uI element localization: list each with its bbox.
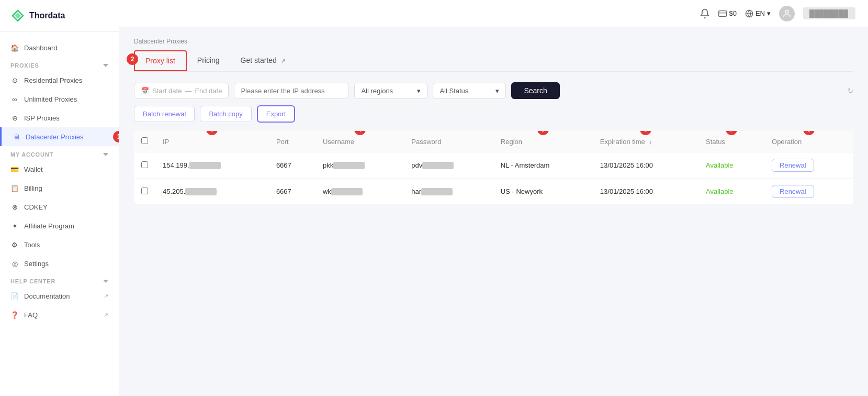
annotation-8: 8 — [803, 131, 815, 135]
cdkey-icon: ⊗ — [10, 203, 19, 211]
port-cell: 6667 — [269, 179, 315, 205]
datacenter-icon: 🖥 — [12, 133, 20, 141]
port-col-header: Port — [269, 131, 315, 152]
ip-col-header: 3 IP — [155, 131, 269, 152]
chevron-down-icon: ▾ — [495, 87, 499, 95]
status-col-header: 7 Status — [698, 131, 764, 152]
annotation-1: 1 — [113, 131, 119, 142]
sidebar-item-affiliate[interactable]: ✦ Affiliate Program — [0, 216, 119, 235]
row-checkbox[interactable] — [141, 188, 148, 194]
docs-icon: 📄 — [10, 292, 19, 300]
external-icon: ↗ — [104, 293, 108, 300]
tab-proxy-list[interactable]: Proxy list — [134, 50, 187, 71]
status-cell: Available — [698, 152, 764, 179]
sidebar-item-billing[interactable]: 📋 Billing — [0, 179, 119, 197]
sidebar-item-dashboard[interactable]: 🏠 Dashboard — [0, 38, 119, 57]
proxy-table-wrapper: 3 IP Port 4 Username Password — [134, 131, 853, 204]
sidebar-item-unlimited[interactable]: ∞ Unlimited Proxies — [0, 90, 119, 108]
sidebar-item-datacenter[interactable]: 🖥 Datacenter Proxies 1 — [0, 127, 119, 146]
wallet-icon: 💳 — [10, 165, 19, 173]
sidebar-item-wallet[interactable]: 💳 Wallet — [0, 160, 119, 179]
external-icon: ↗ — [104, 312, 108, 318]
annotation-7: 7 — [726, 131, 737, 135]
residential-icon: ⊙ — [10, 76, 19, 84]
row-checkbox-cell[interactable] — [134, 152, 155, 179]
external-link-icon: ↗ — [281, 58, 286, 64]
sidebar-item-residential[interactable]: ⊙ Residential Proxies — [0, 71, 119, 90]
renewal-button[interactable]: Renewal — [772, 159, 814, 172]
calendar-icon: 📅 — [141, 87, 149, 95]
status-cell: Available — [698, 179, 764, 205]
password-cell: har████ — [404, 179, 493, 205]
region-cell: NL - Amsterdam — [493, 152, 593, 179]
status-select[interactable]: All Status ▾ — [433, 83, 506, 99]
actions-row: Batch renewal Batch copy Export — [134, 105, 853, 123]
logo-icon — [10, 8, 25, 23]
row-checkbox-cell[interactable] — [134, 179, 155, 205]
sidebar-nav: 🏠 Dashboard PROXIES ⊙ Residential Proxie… — [0, 32, 119, 396]
operation-cell: Renewal — [764, 179, 853, 205]
annotation-5: 5 — [537, 131, 549, 135]
password-cell: pdv████ — [404, 152, 493, 179]
page-tabs: 2 Proxy list Pricing Get started ↗ — [134, 50, 853, 72]
sidebar-item-tools[interactable]: ⚙ Tools — [0, 235, 119, 254]
username-cell: wk█████ — [315, 179, 404, 205]
brand-name: Thordata — [29, 11, 65, 20]
filters-row: 📅 Start date — End date All regions ▾ Al… — [134, 82, 853, 99]
tab-get-started[interactable]: Get started ↗ — [230, 51, 296, 71]
sidebar-label: Settings — [24, 260, 49, 268]
sidebar-item-faq[interactable]: ❓ FAQ ↗ — [0, 305, 119, 324]
password-col-header: Password — [404, 131, 493, 152]
username-cell: pkk████ — [315, 152, 404, 179]
sidebar-label: Datacenter Proxies — [26, 133, 84, 141]
select-all-checkbox[interactable] — [141, 137, 148, 144]
balance-amount: $0 — [729, 9, 736, 17]
table-row: 154.199.███ 6667 pkk████ pdv████ NL - Am… — [134, 152, 853, 179]
tools-icon: ⚙ — [10, 240, 19, 249]
date-range-picker[interactable]: 📅 Start date — End date — [134, 83, 229, 99]
annotation-6: 6 — [640, 131, 651, 135]
region-cell: US - Newyork — [493, 179, 593, 205]
sidebar-label: Documentation — [24, 292, 70, 300]
sidebar-label: ISP Proxies — [24, 114, 60, 122]
section-proxies: PROXIES — [0, 57, 119, 71]
sidebar-label: Wallet — [24, 166, 43, 173]
sidebar: Thordata 🏠 Dashboard PROXIES ⊙ Residenti… — [0, 0, 119, 396]
notification-icon[interactable] — [700, 8, 710, 19]
language-selector[interactable]: EN ▾ — [745, 9, 771, 18]
sidebar-item-isp[interactable]: ⊕ ISP Proxies — [0, 108, 119, 127]
user-avatar[interactable] — [779, 6, 795, 21]
username-col-header: 4 Username — [315, 131, 404, 152]
batch-copy-button[interactable]: Batch copy — [200, 106, 251, 122]
port-cell: 6667 — [269, 152, 315, 179]
ip-cell: 45.205.███ — [155, 179, 269, 205]
sidebar-item-docs[interactable]: 📄 Documentation ↗ — [0, 287, 119, 305]
renewal-button[interactable]: Renewal — [772, 185, 814, 198]
batch-renewal-button[interactable]: Batch renewal — [134, 106, 195, 122]
export-button[interactable]: Export — [257, 105, 296, 123]
isp-icon: ⊕ — [10, 114, 19, 122]
breadcrumb: Datacenter Proxies — [134, 38, 853, 45]
sidebar-label: Unlimited Proxies — [24, 95, 77, 103]
tab-pricing[interactable]: Pricing — [187, 51, 230, 71]
table-row: 45.205.███ 6667 wk█████ har████ US - New… — [134, 179, 853, 205]
refresh-icon[interactable]: ↻ — [848, 87, 853, 95]
check-all-header[interactable] — [134, 131, 155, 152]
search-button[interactable]: Search — [511, 82, 559, 99]
logo: Thordata — [0, 0, 119, 32]
annotation-3: 3 — [206, 131, 218, 135]
topbar: $0 EN ▾ ████████ — [119, 0, 868, 27]
billing-icon: 📋 — [10, 184, 19, 192]
tab-proxy-list-wrapper: 2 Proxy list — [134, 50, 187, 71]
sidebar-item-settings[interactable]: ◎ Settings — [0, 254, 119, 273]
lang-chevron: ▾ — [767, 9, 771, 17]
affiliate-icon: ✦ — [10, 222, 19, 230]
operation-col-header: 8 Operation — [764, 131, 853, 152]
ip-search-input[interactable] — [234, 83, 349, 99]
sidebar-label: FAQ — [24, 311, 38, 319]
expiration-col-header: 6 Expiration time ↕ — [593, 131, 698, 152]
row-checkbox[interactable] — [141, 161, 148, 168]
region-select[interactable]: All regions ▾ — [354, 83, 427, 99]
sidebar-item-cdkey[interactable]: ⊗ CDKEY — [0, 197, 119, 216]
svg-rect-0 — [719, 10, 727, 16]
